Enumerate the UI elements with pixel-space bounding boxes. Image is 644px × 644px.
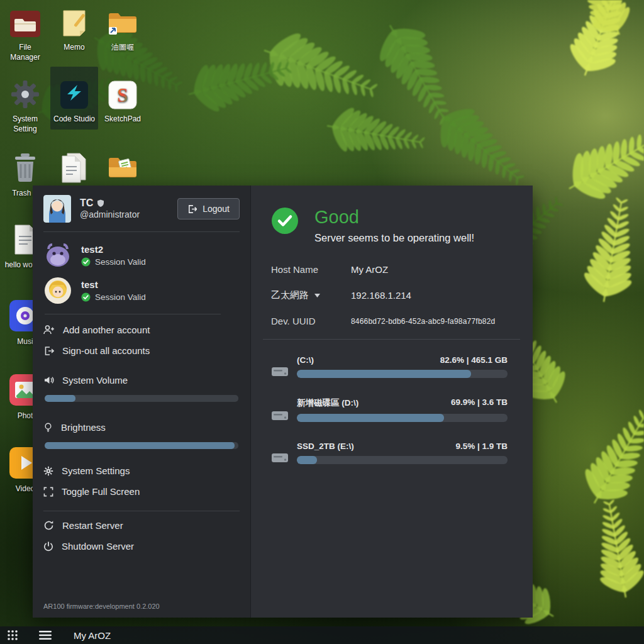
disk-row-c: (C:\) 82.6% | 465.1 GB	[271, 355, 508, 378]
icon-label: Code Studio	[50, 114, 98, 125]
expand-icon	[43, 487, 53, 497]
ip-address-value: 192.168.1.214	[351, 290, 508, 301]
desktop-icon-file-manager[interactable]: File Manager	[1, 1, 49, 62]
file-manager-icon	[1, 1, 49, 38]
hard-drive-icon	[271, 409, 289, 422]
trash-icon	[1, 141, 49, 184]
add-account-item[interactable]: Add another account	[43, 319, 240, 340]
volume-fill	[45, 395, 75, 402]
desktop-icon-documents[interactable]	[50, 141, 98, 189]
hard-drive-icon	[271, 365, 289, 378]
device-uuid-label: Dev. UUID	[271, 316, 351, 326]
session-status: Session Valid	[95, 292, 146, 302]
memo-icon	[50, 1, 98, 38]
desktop-icon-folder-shortcut[interactable]: 油圖喔	[99, 1, 147, 53]
firmware-version: AR100 firmware:development 0.2.020	[43, 599, 240, 610]
menu-button[interactable]	[39, 631, 52, 640]
host-name-value: My ArOZ	[351, 264, 508, 275]
device-uuid-value: 8466bd72-bdb6-452a-abc9-fa98a77fb82d	[351, 317, 508, 326]
disk-usage: 69.9% | 3.6 TB	[451, 397, 508, 409]
person-plus-icon	[43, 325, 55, 335]
speaker-icon	[43, 375, 54, 386]
check-circle-icon	[81, 292, 91, 302]
hamburger-icon	[39, 631, 52, 640]
divider	[45, 314, 221, 314]
gear-icon	[1, 67, 49, 109]
chevron-down-icon	[314, 294, 320, 297]
user-handle: @administrator	[80, 209, 140, 219]
add-account-label: Add another account	[63, 325, 150, 335]
account-name: test	[81, 279, 98, 290]
desktop-icon-folder-document[interactable]	[99, 141, 147, 189]
sign-out-icon	[187, 204, 197, 214]
app-launcher-button[interactable]	[7, 630, 18, 641]
power-icon	[43, 541, 53, 552]
network-interface-label: 乙太網路	[271, 289, 309, 301]
restart-icon	[43, 520, 54, 531]
code-studio-icon	[50, 67, 98, 109]
taskbar: My ArOZ	[0, 626, 644, 644]
gear-icon	[43, 466, 53, 476]
system-panel: TC @administrator Logout test2 Session V…	[33, 186, 533, 618]
folder-shortcut-icon	[99, 1, 147, 38]
disk-usage-bar	[297, 370, 508, 378]
disk-usage-bar	[297, 456, 508, 464]
toggle-fullscreen-label: Toggle Full Screen	[62, 486, 140, 497]
status-title: Good	[314, 208, 474, 226]
brightness-label-row: Brightness	[43, 417, 240, 438]
desktop-icon-sketchpad[interactable]: S SketchPad	[99, 67, 147, 125]
divider	[43, 231, 240, 232]
status-check-icon	[271, 207, 299, 235]
user-avatar	[43, 195, 71, 223]
status-header: Good Server seems to be operating well!	[271, 207, 508, 244]
taskbar-title: My ArOZ	[74, 630, 111, 641]
system-settings-label: System Settings	[62, 465, 130, 476]
brightness-fill	[45, 442, 235, 449]
server-status-panel: Good Server seems to be operating well! …	[250, 186, 533, 618]
signout-all-label: Sign-out all accounts	[62, 345, 150, 356]
volume-slider[interactable]	[45, 395, 238, 402]
logout-button[interactable]: Logout	[177, 198, 240, 219]
svg-text:S: S	[117, 84, 128, 106]
disk-usage: 9.5% | 1.9 TB	[455, 441, 508, 451]
restart-server-label: Restart Server	[62, 520, 123, 531]
volume-label-row: System Volume	[43, 370, 240, 391]
current-user-header: TC @administrator Logout	[43, 195, 240, 223]
network-interface-dropdown[interactable]: 乙太網路	[271, 289, 351, 301]
divider	[263, 339, 520, 340]
session-status: Session Valid	[95, 257, 146, 267]
icon-label: File Manager	[1, 43, 49, 62]
desktop-icon-memo[interactable]: Memo	[50, 1, 98, 53]
volume-label: System Volume	[62, 375, 128, 386]
system-settings-item[interactable]: System Settings	[43, 460, 240, 481]
shutdown-server-item[interactable]: Shutdown Server	[43, 536, 240, 557]
user-name: TC	[80, 197, 93, 209]
account-name: test2	[81, 244, 103, 255]
server-info: Host Name My ArOZ 乙太網路 192.168.1.214 Dev…	[271, 264, 508, 326]
icon-label: Memo	[50, 43, 98, 53]
brightness-slider[interactable]	[45, 442, 238, 449]
toggle-fullscreen-item[interactable]: Toggle Full Screen	[43, 481, 240, 502]
account-avatar-test2	[43, 242, 72, 269]
account-row-test2[interactable]: test2 Session Valid	[43, 242, 240, 269]
account-row-test[interactable]: test Session Valid	[43, 277, 240, 304]
disk-name: (C:\)	[297, 355, 314, 365]
disk-usage-fill	[297, 414, 444, 422]
signout-all-item[interactable]: Sign-out all accounts	[43, 340, 240, 361]
host-name-label: Host Name	[271, 264, 351, 275]
desktop-icon-code-studio[interactable]: Code Studio	[50, 67, 98, 130]
desktop-icon-system-setting[interactable]: System Setting	[1, 67, 49, 134]
brightness-label: Brightness	[61, 422, 106, 433]
documents-icon	[50, 141, 98, 184]
shield-icon	[97, 199, 104, 208]
divider	[43, 511, 240, 511]
disk-row-e: SSD_2TB (E:\) 9.5% | 1.9 TB	[271, 441, 508, 464]
disk-name: SSD_2TB (E:\)	[297, 441, 354, 451]
sign-out-icon	[43, 346, 54, 356]
shutdown-server-label: Shutdown Server	[62, 541, 134, 552]
sketchpad-icon: S	[99, 67, 147, 109]
hard-drive-icon	[271, 452, 289, 464]
restart-server-item[interactable]: Restart Server	[43, 515, 240, 536]
status-message: Server seems to be operating well!	[314, 232, 474, 244]
disk-usage-bar	[297, 414, 508, 422]
